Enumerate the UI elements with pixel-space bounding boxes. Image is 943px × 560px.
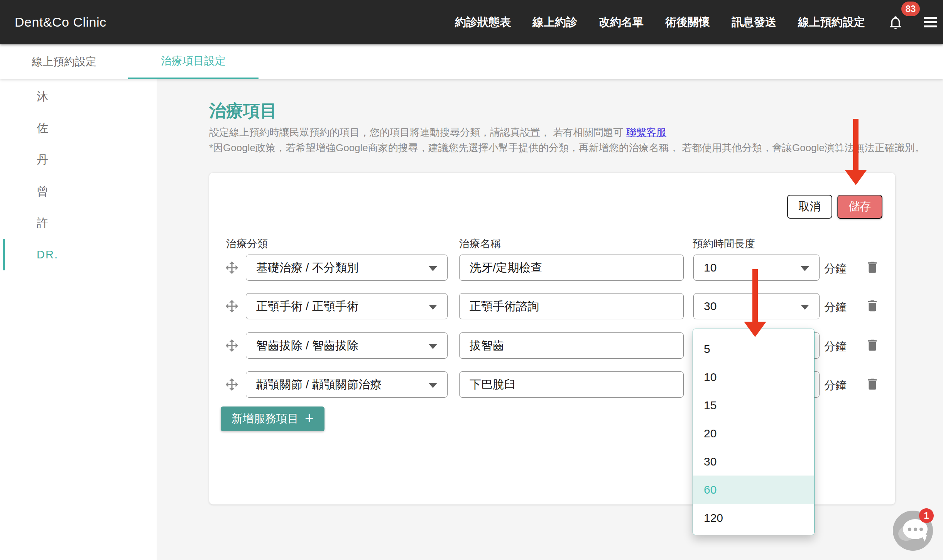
plus-icon: + <box>305 410 314 427</box>
settings-tab-bar: 線上預約設定 治療項目設定 <box>0 44 943 79</box>
app-bar: Dent&Co Clinic 約診狀態表 線上約診 改約名單 術後關懷 訊息發送… <box>0 0 943 44</box>
doctor-sidebar: 沐 佐 丹 曾 許 DR. <box>0 79 157 560</box>
chat-unread-badge: 1 <box>919 508 934 523</box>
treatment-name-input[interactable] <box>459 332 684 359</box>
sidebar-item-doctor-4[interactable]: 曾 <box>0 175 157 207</box>
red-arrow-dropdown-head <box>744 322 766 337</box>
drag-handle-icon[interactable] <box>225 377 239 392</box>
sidebar-item-doctor-2[interactable]: 佐 <box>0 112 157 144</box>
minutes-unit-label: 分鐘 <box>824 300 847 315</box>
description-text: 設定線上預約時讓民眾預約的項目，您的項目將連動搜尋分類，請認真設置， 若有相關問… <box>209 127 623 138</box>
minutes-unit-label: 分鐘 <box>824 378 847 393</box>
notification-count-badge: 83 <box>901 2 920 16</box>
duration-option-5[interactable]: 5 <box>693 335 814 363</box>
notifications-button[interactable]: 83 <box>888 13 904 32</box>
red-arrow-save-shaft <box>853 119 859 170</box>
duration-dropdown-menu: 5 10 15 20 30 60 120 <box>693 329 815 535</box>
clinic-logo: Dent&Co Clinic <box>15 15 106 30</box>
save-button[interactable]: 儲存 <box>837 195 882 219</box>
red-arrow-save-head <box>845 170 867 185</box>
drag-handle-icon[interactable] <box>225 299 239 314</box>
nav-item-message-send[interactable]: 訊息發送 <box>732 15 776 30</box>
duration-option-15[interactable]: 15 <box>693 391 814 419</box>
sidebar-item-doctor-1[interactable]: 沐 <box>0 81 157 112</box>
contact-support-link[interactable]: 聯繫客服 <box>626 127 666 138</box>
add-service-item-button[interactable]: 新增服務項目 + <box>221 407 324 431</box>
bell-icon <box>888 14 903 31</box>
column-header-category: 治療分類 <box>226 237 268 251</box>
category-select[interactable]: 智齒拔除 / 智齒拔除 <box>246 332 448 359</box>
duration-option-20[interactable]: 20 <box>693 419 814 447</box>
column-header-name: 治療名稱 <box>459 237 501 251</box>
tab-online-booking-settings[interactable]: 線上預約設定 <box>0 44 128 79</box>
sidebar-item-doctor-dr[interactable]: DR. <box>0 239 157 270</box>
sidebar-item-doctor-5[interactable]: 許 <box>0 207 157 239</box>
top-nav: 約診狀態表 線上約診 改約名單 術後關懷 訊息發送 線上預約設定 <box>455 15 865 30</box>
treatment-name-input[interactable] <box>459 371 684 398</box>
drag-handle-icon[interactable] <box>225 338 239 353</box>
category-select[interactable]: 基礎治療 / 不分類別 <box>246 255 448 281</box>
treatment-row: 正顎手術 / 正顎手術 30 分鐘 <box>209 293 895 319</box>
column-header-duration: 預約時間長度 <box>693 237 755 251</box>
cancel-button[interactable]: 取消 <box>787 195 832 219</box>
minutes-unit-label: 分鐘 <box>824 261 847 277</box>
tab-treatment-items-settings[interactable]: 治療項目設定 <box>128 44 259 79</box>
nav-item-online-booking-settings[interactable]: 線上預約設定 <box>798 15 865 30</box>
add-service-item-label: 新增服務項目 <box>232 411 299 427</box>
trash-icon[interactable] <box>865 376 880 392</box>
sidebar-item-doctor-3[interactable]: 丹 <box>0 144 157 175</box>
trash-icon[interactable] <box>865 260 880 275</box>
nav-item-online-booking[interactable]: 線上約診 <box>532 15 577 30</box>
nav-item-post-op-care[interactable]: 術後關懷 <box>665 15 710 30</box>
duration-option-120[interactable]: 120 <box>693 504 814 532</box>
treatment-name-input[interactable] <box>459 255 684 281</box>
duration-option-10[interactable]: 10 <box>693 363 814 391</box>
nav-item-reschedule-list[interactable]: 改約名單 <box>599 15 644 30</box>
drag-handle-icon[interactable] <box>225 260 239 275</box>
trash-icon[interactable] <box>865 298 880 314</box>
screen: Dent&Co Clinic 約診狀態表 線上約診 改約名單 術後關懷 訊息發送… <box>0 0 943 560</box>
nav-item-appointment-status[interactable]: 約診狀態表 <box>455 15 511 30</box>
treatment-name-input[interactable] <box>459 293 684 319</box>
hamburger-menu-icon[interactable] <box>924 15 937 30</box>
treatment-row: 基礎治療 / 不分類別 10 分鐘 <box>209 255 895 281</box>
page-description-line2: *因Google政策，若希望增強Google商家的搜尋，建議您先選擇小幫手提供的… <box>209 141 925 155</box>
category-select[interactable]: 正顎手術 / 正顎手術 <box>246 293 448 319</box>
duration-option-30[interactable]: 30 <box>693 447 814 476</box>
page-description-line1: 設定線上預約時讓民眾預約的項目，您的項目將連動搜尋分類，請認真設置， 若有相關問… <box>209 126 666 139</box>
trash-icon[interactable] <box>865 337 880 353</box>
red-arrow-dropdown-shaft <box>752 269 758 322</box>
minutes-unit-label: 分鐘 <box>824 339 847 354</box>
page-title: 治療項目 <box>209 100 277 122</box>
chat-widget-button[interactable]: 1 <box>893 511 933 551</box>
duration-option-60-selected[interactable]: 60 <box>693 476 814 504</box>
category-select[interactable]: 顳顎關節 / 顳顎關節治療 <box>246 371 448 398</box>
